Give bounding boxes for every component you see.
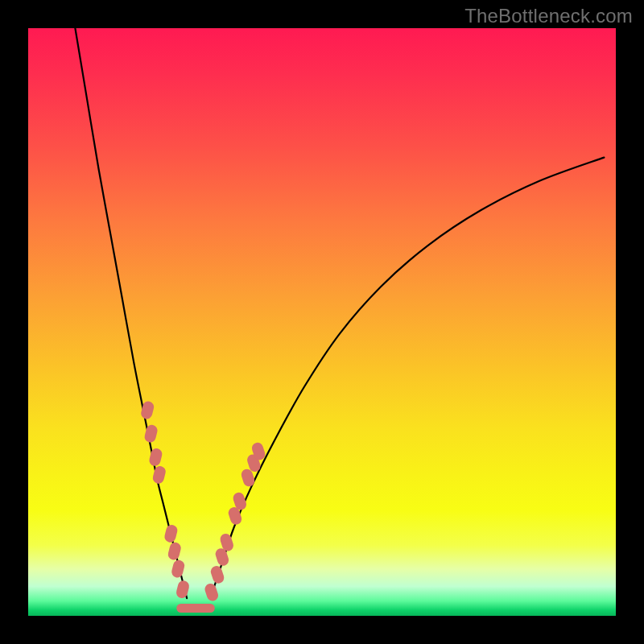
plot-area xyxy=(28,28,616,616)
chart-svg xyxy=(28,28,616,616)
data-dot xyxy=(143,423,159,444)
curve-layer xyxy=(75,28,604,598)
data-dot xyxy=(175,580,191,600)
data-dot xyxy=(171,559,186,579)
data-dot xyxy=(204,582,220,602)
right-curve xyxy=(210,158,604,599)
data-dot xyxy=(167,541,182,561)
left-curve xyxy=(75,28,187,598)
data-dot xyxy=(148,448,163,468)
data-dot xyxy=(151,464,167,485)
watermark-text: TheBottleneck.com xyxy=(464,5,633,27)
data-dot xyxy=(209,564,225,584)
data-dot xyxy=(163,523,179,543)
dot-layer xyxy=(140,400,266,608)
chart-frame: TheBottleneck.com xyxy=(0,0,644,644)
